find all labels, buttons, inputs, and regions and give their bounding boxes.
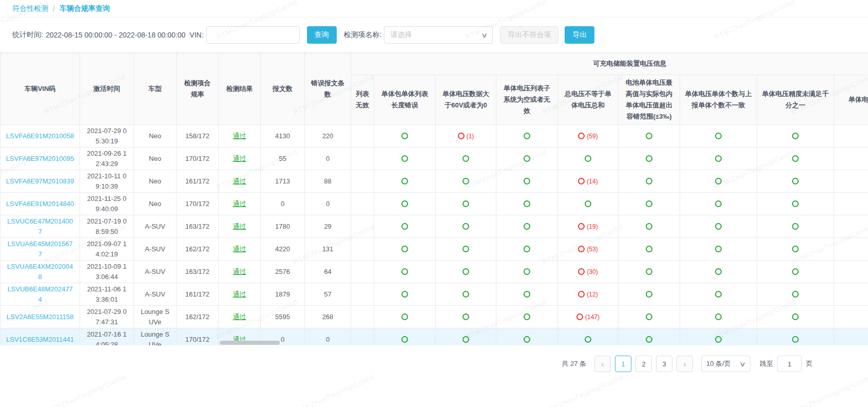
pass-circle-icon <box>792 178 799 184</box>
check-cell <box>680 306 757 328</box>
check-cell <box>834 170 868 193</box>
model-cell: Lounge SUVe <box>134 328 177 345</box>
pass-circle-icon <box>524 336 530 343</box>
vin-link[interactable]: LSVUB6E48M2024774 <box>7 285 72 303</box>
pass-circle-icon <box>792 223 799 230</box>
prev-page-button[interactable]: ‹ <box>594 356 611 372</box>
search-button[interactable]: 查询 <box>307 26 337 44</box>
vin-link[interactable]: LSV2A6E55M2011158 <box>7 313 73 321</box>
model-cell: Neo <box>134 125 177 147</box>
breadcrumb-separator: / <box>53 5 55 13</box>
message-count-cell: 1713 <box>261 170 305 193</box>
export-noncompliant-button[interactable]: 导出不符合项 <box>500 26 558 44</box>
column-header-0: 车辆VIN码 <box>1 53 80 125</box>
result-pass-link[interactable]: 通过 <box>233 223 246 230</box>
activate-time-cell: 2021-07-29 05:30:19 <box>80 125 134 147</box>
result-pass-link[interactable]: 通过 <box>233 268 246 275</box>
page-size-select[interactable]: 10 条/页 ∨ <box>701 356 750 372</box>
table-row: LSV2A6E55M20111582021-07-29 07:47:31Loun… <box>1 306 868 328</box>
model-cell: Neo <box>134 170 177 193</box>
vin-input[interactable] <box>206 26 300 44</box>
check-cell <box>680 125 757 147</box>
result-cell: 通过 <box>219 170 261 193</box>
result-pass-link[interactable]: 通过 <box>233 200 246 208</box>
vin-link[interactable]: LSVUA6E45M2015677 <box>7 240 72 258</box>
fail-circle-icon <box>578 133 585 139</box>
vin-link[interactable]: LSVUA6E4XM2020048 <box>7 263 73 281</box>
check-cell <box>619 193 680 215</box>
check-cell <box>496 238 558 261</box>
jump-page-input[interactable] <box>777 356 802 372</box>
pass-circle-icon <box>646 200 652 207</box>
result-pass-link[interactable]: 通过 <box>233 245 246 253</box>
compliance-table: 车辆VIN码激活时间车型检测项合规率检测结果报文数错误报文条数可充电储能装置电压… <box>0 53 868 345</box>
pass-circle-icon <box>715 246 722 252</box>
check-cell <box>619 261 680 283</box>
breadcrumb-item-vehicle-compliance-rate[interactable]: 车辆合规率查询 <box>60 4 110 13</box>
vin-link[interactable]: LSV1C6E53M2011441 <box>6 336 74 343</box>
pagination-total: 共 27 条 <box>562 359 586 368</box>
column-header-3: 检测项合规率 <box>177 53 219 125</box>
sub-column-header-8: 单体电压大于0. <box>834 75 868 125</box>
pass-circle-icon <box>524 268 530 275</box>
check-cell <box>374 283 436 306</box>
vin-link[interactable]: LSVUC6E47M2014007 <box>7 217 73 235</box>
sub-column-header-6: 单体电压单体个数与上报单体个数不一致 <box>680 75 757 125</box>
result-pass-link[interactable]: 通过 <box>233 290 246 298</box>
result-cell: 通过 <box>219 147 261 170</box>
check-cell <box>374 328 436 345</box>
vin-link[interactable]: LSVFA6E91M2014840 <box>6 200 74 208</box>
result-pass-link[interactable]: 通过 <box>233 313 246 321</box>
check-cell <box>757 283 834 306</box>
fail-count: (59) <box>587 133 597 140</box>
item-name-select[interactable]: 请选择 ∨ <box>384 26 493 44</box>
fail-circle-icon <box>578 178 585 184</box>
compliance-rate-cell: 170/172 <box>177 328 219 345</box>
table-row: LSVFA6E91M20100582021-07-29 05:30:19Neo1… <box>1 125 868 147</box>
check-cell <box>496 283 558 306</box>
check-cell <box>619 215 680 238</box>
breadcrumb-item-compliance-check[interactable]: 符合性检测 <box>12 4 48 13</box>
check-cell <box>436 261 496 283</box>
export-button[interactable]: 导出 <box>565 26 594 44</box>
next-page-button[interactable]: › <box>677 356 693 372</box>
fail-count: (1) <box>467 133 474 140</box>
chevron-down-icon: ∨ <box>481 31 488 39</box>
check-cell <box>757 238 834 261</box>
vin-link[interactable]: LSVFA6E97M2010839 <box>6 177 74 185</box>
model-cell: A-SUV <box>134 238 177 261</box>
pass-circle-icon <box>646 268 652 275</box>
fail-circle-icon <box>578 291 585 298</box>
vin-link[interactable]: LSVFA6E91M2010058 <box>6 132 74 140</box>
check-cell <box>436 283 496 306</box>
result-pass-link[interactable]: 通过 <box>233 155 246 162</box>
check-cell <box>680 170 757 193</box>
stat-time-label: 统计时间: <box>12 30 43 40</box>
pass-circle-icon <box>646 313 652 320</box>
pass-circle-icon <box>585 200 591 207</box>
check-cell <box>757 125 834 147</box>
page-button-3[interactable]: 3 <box>656 356 672 372</box>
error-message-count-cell: 57 <box>305 283 351 306</box>
check-cell <box>834 261 868 283</box>
column-header-2: 车型 <box>134 53 177 125</box>
result-pass-link[interactable]: 通过 <box>233 132 246 140</box>
pass-circle-icon <box>524 223 530 230</box>
check-cell <box>496 147 558 170</box>
horizontal-scrollbar[interactable] <box>220 341 280 345</box>
check-cell <box>680 283 757 306</box>
pass-circle-icon <box>715 291 722 298</box>
result-cell: 通过 <box>219 283 261 306</box>
vin-cell: LSVUA6E45M2015677 <box>1 238 80 261</box>
pass-circle-icon <box>462 178 469 184</box>
page-button-2[interactable]: 2 <box>635 356 652 372</box>
page-suffix-label: 页 <box>806 359 813 368</box>
pass-circle-icon <box>401 268 408 275</box>
check-cell <box>496 125 558 147</box>
compliance-rate-cell: 163/172 <box>177 261 219 283</box>
page-button-1[interactable]: 1 <box>615 356 631 372</box>
check-cell <box>757 170 834 193</box>
vin-link[interactable]: LSVFA6E97M2010095 <box>6 155 74 162</box>
result-pass-link[interactable]: 通过 <box>233 177 246 185</box>
check-cell <box>834 147 868 170</box>
